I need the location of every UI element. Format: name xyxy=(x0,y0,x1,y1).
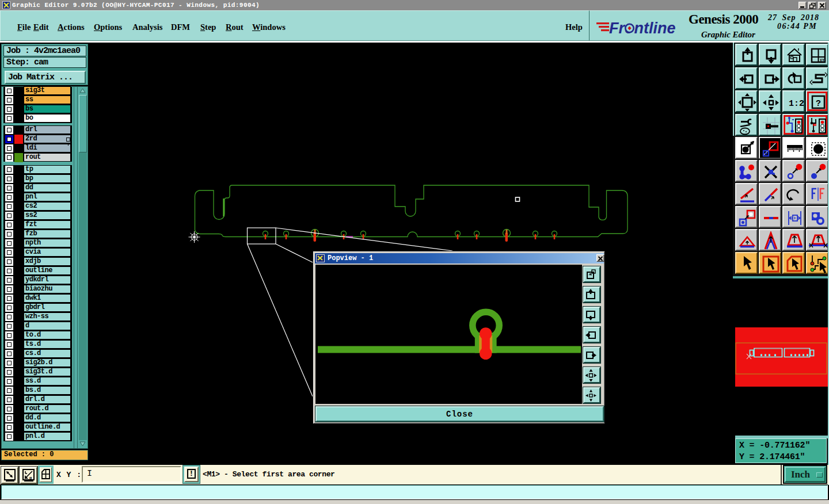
svg-text:XY: XY xyxy=(820,59,824,63)
svg-text:1:2: 1:2 xyxy=(789,99,804,109)
svg-text:?: ? xyxy=(816,99,821,109)
